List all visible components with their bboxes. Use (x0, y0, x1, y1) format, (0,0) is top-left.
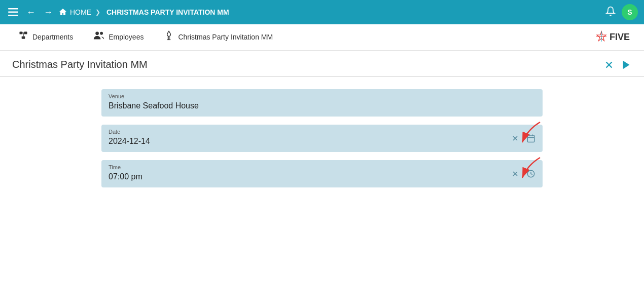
time-picker-button[interactable] (524, 167, 538, 180)
svg-rect-0 (8, 8, 18, 10)
date-clear-button[interactable] (509, 132, 521, 144)
form-content: Venue Brisbane Seafood House Date 2024-1… (0, 77, 644, 200)
departments-label: Departments (32, 33, 73, 41)
venue-field: Venue Brisbane Seafood House (101, 89, 543, 117)
employees-icon (93, 30, 104, 43)
hamburger-button[interactable] (6, 6, 20, 18)
user-avatar[interactable]: S (622, 4, 638, 20)
five-logo: FIVE (595, 28, 636, 47)
svg-text:FIVE: FIVE (610, 32, 630, 42)
date-picker-button[interactable] (524, 132, 538, 145)
bell-icon[interactable] (605, 6, 616, 19)
svg-rect-2 (8, 15, 18, 16)
date-field: Date 2024-12-14 (101, 125, 543, 152)
christmas-icon (164, 30, 174, 43)
svg-rect-1 (8, 12, 18, 13)
time-value: 07:00 pm (109, 172, 535, 181)
subnav-christmas[interactable]: Christmas Party Invitation MM (154, 24, 283, 50)
time-arrow-container: Time 07:00 pm (101, 160, 543, 187)
employees-label: Employees (109, 33, 144, 41)
svg-rect-23 (527, 135, 534, 142)
date-value: 2024-12-14 (109, 137, 535, 146)
time-field-actions (509, 167, 538, 180)
departments-icon (18, 30, 28, 43)
topbar-right: S (605, 4, 638, 20)
venue-label: Venue (109, 93, 535, 99)
forward-button[interactable]: → (42, 5, 55, 20)
page-title: Christmas Party Invitation MM (12, 59, 148, 70)
svg-point-9 (95, 31, 99, 35)
page-header: Christmas Party Invitation MM (0, 51, 644, 77)
christmas-label: Christmas Party Invitation MM (178, 33, 273, 41)
home-label: HOME (70, 8, 91, 16)
time-clear-button[interactable] (509, 168, 521, 180)
date-label: Date (109, 129, 535, 135)
topbar-page-title: CHRISTMAS PARTY INVITATION MM (106, 8, 229, 16)
subnav-employees[interactable]: Employees (83, 24, 154, 50)
page-actions (603, 59, 632, 70)
topbar: ← → HOME ❯ CHRISTMAS PARTY INVITATION MM… (0, 0, 644, 24)
close-button[interactable] (603, 59, 615, 70)
svg-marker-20 (623, 60, 630, 69)
svg-rect-5 (22, 36, 25, 39)
play-button[interactable] (621, 59, 632, 70)
date-field-actions (509, 132, 538, 145)
time-label: Time (109, 164, 535, 170)
back-button[interactable]: ← (24, 5, 38, 20)
breadcrumb-chevron: ❯ (95, 9, 100, 16)
subnav: Departments Employees Christmas Party In… (0, 24, 644, 51)
subnav-departments[interactable]: Departments (8, 24, 83, 50)
home-nav[interactable]: HOME (59, 8, 91, 16)
date-arrow-container: Date 2024-12-14 (101, 125, 543, 152)
svg-point-10 (100, 32, 103, 35)
time-field: Time 07:00 pm (101, 160, 543, 187)
venue-value: Brisbane Seafood House (109, 101, 535, 110)
